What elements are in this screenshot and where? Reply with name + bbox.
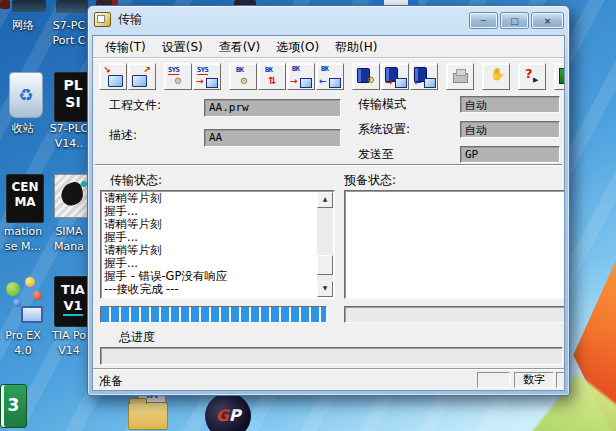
- transfer-app-icon: [94, 12, 111, 27]
- print-button[interactable]: [446, 63, 474, 90]
- recycle-glyph: ♻: [18, 85, 33, 105]
- backup-settings-button[interactable]: BK ⚙: [229, 63, 257, 90]
- status-bar: 准备 数字: [93, 368, 564, 390]
- ready-status-label: 预备状态:: [344, 172, 396, 189]
- scroll-down-button[interactable]: ▼: [317, 281, 333, 297]
- arrow-icon: →: [385, 78, 393, 87]
- system-settings-receive-button[interactable]: SYS →: [193, 63, 221, 90]
- ready-progress-bar: [344, 306, 565, 323]
- titlebar[interactable]: 传输 ─ □ ×: [92, 6, 565, 33]
- arrow-icon: ←: [319, 77, 327, 86]
- desktop-icon-label-gppro-1[interactable]: Pro EX: [0, 329, 46, 343]
- send-arrow-icon: ↗: [143, 66, 151, 75]
- desktop-icon-label-sima-1[interactable]: SIMA: [46, 225, 92, 239]
- backup-receive-button[interactable]: BK ←: [316, 63, 344, 90]
- menu-options[interactable]: 选项(O): [268, 36, 327, 57]
- stop-hand-icon: ✋: [490, 70, 505, 79]
- alm-badge-top: CEN: [7, 180, 43, 195]
- desktop-icon-label-sima-2[interactable]: Mana: [46, 240, 92, 254]
- system-settings-label: 系统设置:: [358, 121, 410, 138]
- automation-license-manager-icon[interactable]: CEN MA: [6, 174, 44, 223]
- gp-badge-g: G: [216, 406, 229, 425]
- menu-help[interactable]: 帮助(H): [327, 36, 385, 57]
- exit-door-icon: [559, 68, 565, 84]
- maximize-button[interactable]: □: [501, 13, 528, 28]
- tia-badge-top: TIA: [55, 282, 91, 298]
- bk-label: BK: [321, 65, 328, 73]
- help-button[interactable]: ? ▶: [518, 63, 546, 90]
- desktop-icon-label-alm-2[interactable]: se M...: [0, 240, 46, 254]
- desktop-icon-label-s7pc-1[interactable]: S7-PC: [46, 19, 92, 33]
- backup-send-button[interactable]: BK →: [287, 63, 315, 90]
- description-field: AA: [204, 129, 341, 147]
- cf-card-send-button[interactable]: →: [381, 63, 409, 90]
- transfer-mode-field: 自动: [460, 96, 560, 113]
- tia-portal-folder-icon[interactable]: IA OR: [128, 392, 172, 431]
- arrow-icon: →: [196, 77, 204, 86]
- desktop-icon-label-recycle-bin[interactable]: 收站: [0, 122, 46, 136]
- ready-status-list[interactable]: [344, 190, 565, 299]
- stop-button[interactable]: ✋: [482, 63, 510, 90]
- scrollbar[interactable]: ▲ ▼: [317, 192, 333, 297]
- scrollbar-thumb[interactable]: [317, 255, 333, 275]
- recycle-bin-icon[interactable]: ♻: [9, 72, 43, 118]
- status-panel-num: 数字: [514, 372, 554, 388]
- transfer-progress-fill: [101, 307, 326, 322]
- gear-icon: ⚙: [240, 77, 248, 86]
- log-line[interactable]: ---接收完成 ---: [104, 283, 315, 296]
- bk-label: BK: [265, 66, 272, 74]
- network-icon[interactable]: [12, 0, 46, 12]
- receive-from-gp-button[interactable]: ↘: [99, 63, 127, 90]
- monitor-icon: [206, 78, 218, 88]
- desktop-icon-label-tia-2[interactable]: V14: [46, 344, 92, 358]
- badge-3: 3: [8, 395, 20, 415]
- system-settings-field: 自动: [460, 121, 560, 138]
- pointer-icon: ▶: [533, 77, 538, 84]
- desktop-icon-label-plcsim-1[interactable]: S7-PLC: [46, 122, 92, 136]
- bk-label: BK: [292, 65, 299, 73]
- monitor-icon: [108, 75, 123, 87]
- backup-compare-button[interactable]: BK ⇅: [258, 63, 286, 90]
- plcsim-badge-top: PL: [55, 77, 91, 94]
- total-progress-bar: [100, 347, 563, 365]
- project-file-field: AA.prw: [204, 99, 341, 117]
- menu-settings[interactable]: 设置(S): [154, 36, 211, 57]
- cf-card-receive-button[interactable]: ←: [410, 63, 438, 90]
- transfer-progress-bar: [100, 306, 327, 323]
- sys-label: SYS: [168, 66, 179, 75]
- desktop-icon-label-alm-1[interactable]: mation: [0, 225, 46, 239]
- desktop-icon-label-gppro-2[interactable]: 4.0: [0, 344, 46, 358]
- cf-card-settings-button[interactable]: ⚙: [352, 63, 380, 90]
- exit-button[interactable]: →: [554, 63, 565, 90]
- minimize-button[interactable]: ─: [470, 13, 497, 28]
- transfer-status-list[interactable]: 请稍等片刻握手...请稍等片刻握手...请稍等片刻握手...握手 - 错误-GP…: [100, 190, 335, 299]
- tia-badge-bottom: V1: [63, 298, 82, 316]
- monitor-icon: [424, 78, 436, 88]
- desktop-icon-label-tia-1[interactable]: TIA Po: [46, 329, 92, 343]
- desktop-icon-label-s7pc-2[interactable]: Port C: [46, 34, 92, 48]
- scroll-up-button[interactable]: ▲: [317, 192, 333, 208]
- system-settings-send-button[interactable]: SYS ⚙: [164, 63, 192, 90]
- separator: [95, 164, 562, 166]
- gear-icon: ⚙: [367, 76, 375, 85]
- desktop-icon-label-plcsim-2[interactable]: V14..: [46, 137, 92, 151]
- arrow-icon: ←: [414, 78, 422, 87]
- gp-badge-p: P: [229, 406, 241, 425]
- plcsim-badge-bottom: SI: [55, 94, 91, 111]
- gp-pro-sphere-icon[interactable]: GP: [205, 393, 251, 431]
- menu-bar: 传输(T) 设置(S) 查看(V) 选项(O) 帮助(H): [93, 36, 564, 58]
- folder-front: [128, 402, 168, 430]
- desktop-icon-label-network[interactable]: 网络: [0, 19, 46, 33]
- menu-transfer[interactable]: 传输(T): [97, 36, 154, 57]
- status-message: 准备: [99, 373, 123, 390]
- gp-pro-ex-icon[interactable]: [4, 276, 46, 324]
- window-client-area: 传输(T) 设置(S) 查看(V) 选项(O) 帮助(H) ↘ ↗ SYS ⚙: [92, 35, 565, 391]
- send-to-gp-button[interactable]: ↗: [128, 63, 156, 90]
- s7-pc-adapter-icon[interactable]: [56, 0, 88, 13]
- monitor-icon: [395, 78, 407, 88]
- spreadsheet-3-icon[interactable]: 3: [0, 384, 27, 428]
- help-question-icon: ?: [525, 67, 533, 80]
- status-panel-1: [477, 372, 510, 388]
- menu-view[interactable]: 查看(V): [211, 36, 269, 57]
- close-button[interactable]: ×: [532, 13, 563, 28]
